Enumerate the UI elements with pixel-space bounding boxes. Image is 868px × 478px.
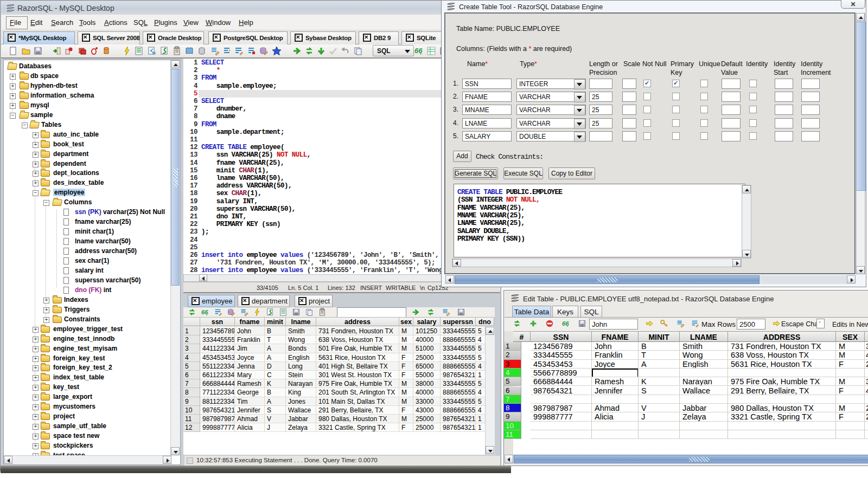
svg-text:66: 66 [562,320,569,327]
svg-text:66: 66 [201,309,208,315]
